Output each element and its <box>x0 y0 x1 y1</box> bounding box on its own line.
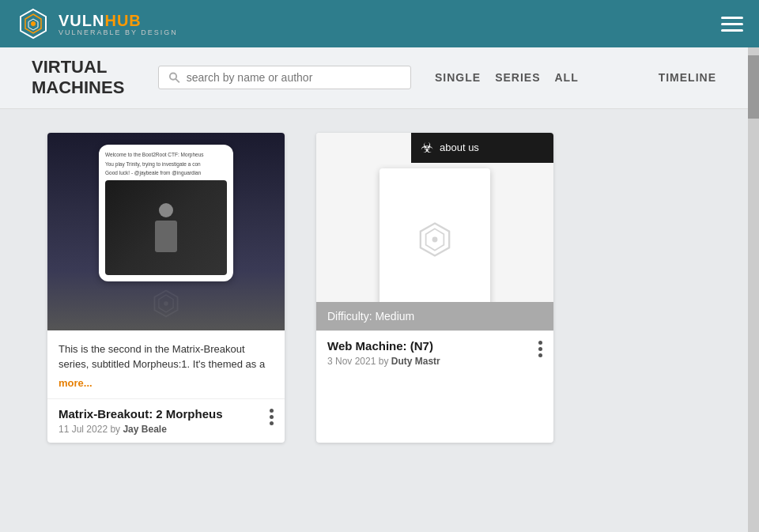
page-title: VIRTUAL MACHINES <box>32 57 142 99</box>
main-content: Welcome to the Boot2Root CTF: Morpheus Y… <box>0 109 748 466</box>
content-area: VIRTUAL MACHINES SINGLE SERIES ALL TIMEL… <box>0 47 748 532</box>
search-input[interactable] <box>187 71 401 84</box>
svg-point-3 <box>31 21 36 26</box>
phone-text-3: Good luck! - @jaybeale from @inguardian <box>105 169 227 177</box>
logo-icon <box>16 6 51 41</box>
card-info-1: Matrix-Breakout: 2 Morpheus 11 Jul 2022 … <box>59 407 223 435</box>
card-meta-2: 3 Nov 2021 by Duty Mastr <box>327 356 440 367</box>
svg-line-5 <box>176 79 179 83</box>
card-web-machine: ☣ about us Difficulty: Medium Web <box>316 133 553 443</box>
inner-card <box>380 168 490 311</box>
filter-series[interactable]: SERIES <box>495 71 540 84</box>
phone-text-1: Welcome to the Boot2Root CTF: Morpheus <box>105 151 227 159</box>
hamburger-menu[interactable] <box>721 17 743 32</box>
card-logo-watermark <box>150 288 182 323</box>
svg-point-8 <box>164 301 168 305</box>
header: VULNHUB VULNERABLE BY DESIGN <box>0 0 759 47</box>
logo-text: VULNHUB <box>59 12 178 30</box>
card-phone-mockup: Welcome to the Boot2Root CTF: Morpheus Y… <box>99 145 233 281</box>
search-icon <box>168 71 180 84</box>
card-options-2[interactable] <box>538 339 542 357</box>
card-more-1[interactable]: more... <box>47 375 285 398</box>
filter-single[interactable]: SINGLE <box>435 71 481 84</box>
card-phone-screen-inner <box>105 180 227 275</box>
card-options-1[interactable] <box>270 407 274 425</box>
card-footer-2: Web Machine: (N7) 3 Nov 2021 by Duty Mas… <box>316 330 553 375</box>
phone-text-2: You play Trinity, trying to investigate … <box>105 160 227 168</box>
svg-point-4 <box>170 74 176 80</box>
logo-subtitle: VULNERABLE BY DESIGN <box>59 28 178 36</box>
page-wrapper: VIRTUAL MACHINES SINGLE SERIES ALL TIMEL… <box>0 47 759 532</box>
difficulty-bar: Difficulty: Medium <box>316 302 553 330</box>
card-matrix-breakout: Welcome to the Boot2Root CTF: Morpheus Y… <box>47 133 285 443</box>
card-description-1: This is the second in the Matrix-Breakou… <box>47 330 285 375</box>
about-us-label: about us <box>440 141 479 153</box>
biohazard-icon: ☣ <box>421 139 433 157</box>
card-title-2: Web Machine: (N7) <box>327 339 440 353</box>
scrollbar-thumb[interactable] <box>748 55 759 119</box>
card-image-1: Welcome to the Boot2Root CTF: Morpheus Y… <box>47 133 285 330</box>
about-us-banner: ☣ about us <box>411 133 553 163</box>
card-image-2: ☣ about us Difficulty: Medium <box>316 133 553 330</box>
card-footer-1: Matrix-Breakout: 2 Morpheus 11 Jul 2022 … <box>47 398 285 443</box>
filter-all[interactable]: ALL <box>554 71 578 84</box>
card-meta-1: 11 Jul 2022 by Jay Beale <box>59 424 223 435</box>
timeline-link[interactable]: TIMELINE <box>659 71 716 84</box>
card-phone-screen <box>105 180 227 275</box>
matrix-figure <box>155 203 177 252</box>
inner-card-logo <box>415 220 455 259</box>
search-box[interactable] <box>158 66 411 89</box>
toolbar: VIRTUAL MACHINES SINGLE SERIES ALL TIMEL… <box>0 47 748 109</box>
svg-point-11 <box>432 236 438 242</box>
logo-text-block: VULNHUB VULNERABLE BY DESIGN <box>59 12 178 36</box>
logo-area: VULNHUB VULNERABLE BY DESIGN <box>16 6 178 41</box>
scrollbar-track[interactable] <box>748 47 759 532</box>
card-info-2: Web Machine: (N7) 3 Nov 2021 by Duty Mas… <box>327 339 440 367</box>
card-title-1: Matrix-Breakout: 2 Morpheus <box>59 407 223 421</box>
filter-nav: SINGLE SERIES ALL <box>435 71 579 84</box>
